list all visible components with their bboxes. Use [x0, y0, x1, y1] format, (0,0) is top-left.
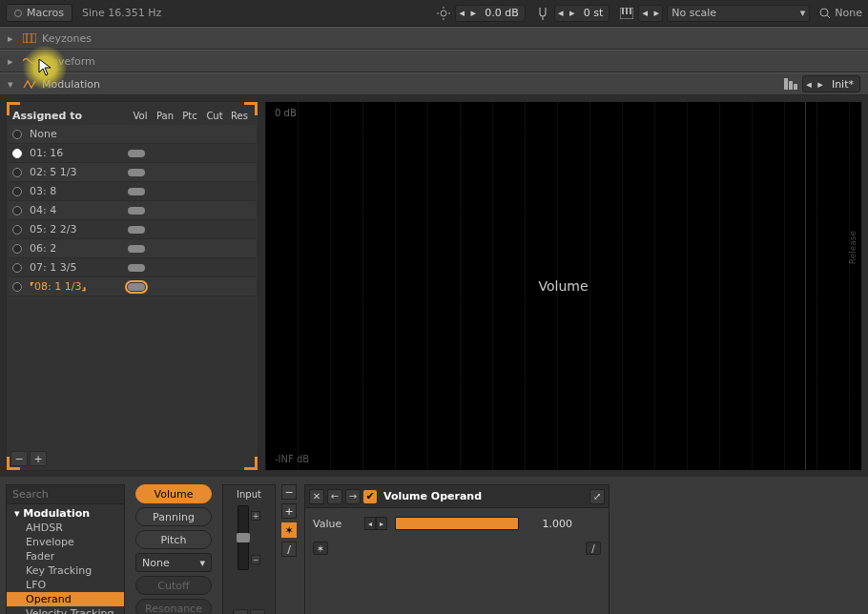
assign-cell[interactable]: [176, 261, 200, 275]
assign-cell[interactable]: [150, 261, 175, 275]
assign-row[interactable]: 06: 2: [9, 239, 256, 258]
browser-item[interactable]: AHDSR: [7, 521, 124, 535]
remove-set-button[interactable]: −: [10, 451, 28, 466]
assign-row[interactable]: None: [9, 125, 256, 144]
assign-cell[interactable]: [201, 280, 226, 294]
target-panning-button[interactable]: Panning: [135, 507, 212, 526]
assign-cell[interactable]: [201, 242, 226, 256]
preset-next[interactable]: ▸: [815, 76, 826, 92]
chain-multiply-button[interactable]: ✶: [281, 522, 297, 538]
scale-spinner[interactable]: ◂ ▸: [638, 5, 663, 22]
assign-cell[interactable]: [150, 128, 175, 141]
device-moveright-button[interactable]: →: [345, 489, 361, 504]
assign-radio[interactable]: [12, 168, 22, 177]
browser-item[interactable]: Key Tracking: [7, 563, 124, 578]
assign-cell[interactable]: [176, 128, 200, 141]
assign-cell[interactable]: [176, 147, 200, 160]
assign-row[interactable]: ⸢08: 1 1/3⸥: [9, 277, 256, 297]
assign-cell[interactable]: [201, 147, 226, 160]
section-modulation[interactable]: ▾ Modulation ◂ ▸ Init*: [0, 72, 868, 95]
assign-cell[interactable]: [124, 128, 149, 141]
assign-cell[interactable]: [201, 128, 226, 141]
assign-cell[interactable]: [124, 261, 149, 275]
assign-cell[interactable]: [227, 128, 252, 141]
target-pitch-button[interactable]: Pitch: [135, 530, 212, 549]
assign-radio[interactable]: [12, 244, 22, 254]
assign-cell[interactable]: [227, 242, 252, 256]
scale-select[interactable]: No scale ▾: [667, 5, 810, 22]
assign-cell[interactable]: [201, 223, 226, 236]
assign-row[interactable]: 07: 1 3/5: [9, 258, 256, 277]
macros-button[interactable]: Macros: [6, 4, 72, 22]
input-minus-button[interactable]: −: [251, 555, 260, 564]
assign-cell[interactable]: [150, 223, 175, 236]
browser-item[interactable]: LFO: [7, 578, 124, 592]
envelope-view-icon[interactable]: [783, 76, 798, 92]
assign-cell[interactable]: [150, 204, 175, 217]
chain-divide-button[interactable]: /: [281, 542, 297, 557]
assign-cell[interactable]: [124, 147, 149, 160]
assign-cell[interactable]: [176, 166, 200, 179]
assign-row[interactable]: 02: 5 1/3: [9, 163, 256, 182]
assign-radio[interactable]: [12, 187, 22, 196]
section-waveform[interactable]: ▸ Waveform: [0, 50, 868, 72]
input-vertical-slider[interactable]: [238, 505, 249, 570]
transpose-spinner[interactable]: ◂ ▸ 0 st: [554, 5, 610, 22]
assign-cell[interactable]: [124, 185, 149, 198]
assign-row[interactable]: 04: 4: [9, 201, 256, 220]
browser-item[interactable]: Operand: [7, 592, 124, 606]
assign-cell[interactable]: [201, 204, 226, 217]
assign-row[interactable]: 03: 8: [9, 182, 256, 201]
assign-cell[interactable]: [124, 280, 149, 294]
assign-cell[interactable]: [201, 166, 226, 179]
assign-row[interactable]: 01: 16: [9, 144, 256, 163]
envelope-display[interactable]: 0 dB -INF dB Volume Release: [264, 101, 862, 471]
chain-next-button[interactable]: ▸▸: [250, 609, 265, 614]
browser-item[interactable]: Envelope: [7, 535, 124, 549]
assign-cell[interactable]: [176, 223, 200, 236]
volume-spinner[interactable]: ◂ ▸ 0.0 dB: [455, 5, 526, 22]
assign-cell[interactable]: [176, 185, 200, 198]
device-enable-checkbox[interactable]: ✔: [363, 490, 377, 503]
assign-cell[interactable]: [150, 185, 175, 198]
assign-radio[interactable]: [12, 282, 22, 292]
assign-cell[interactable]: [124, 223, 149, 236]
assign-radio[interactable]: [12, 130, 22, 139]
volume-inc[interactable]: ▸: [467, 6, 479, 21]
assign-cell[interactable]: [227, 185, 252, 198]
op-multiply-button[interactable]: ✶: [313, 542, 328, 555]
assign-radio[interactable]: [12, 263, 22, 273]
assign-row[interactable]: 05: 2 2/3: [9, 220, 256, 239]
assign-cell[interactable]: [227, 223, 252, 236]
transpose-inc[interactable]: ▸: [567, 6, 578, 21]
assign-cell[interactable]: [124, 242, 149, 256]
device-moveleft-button[interactable]: ←: [327, 489, 342, 504]
volume-dec[interactable]: ◂: [456, 6, 467, 21]
scale-inc[interactable]: ▸: [651, 6, 662, 21]
assign-cell[interactable]: [227, 280, 252, 294]
transpose-dec[interactable]: ◂: [555, 6, 567, 21]
device-close-button[interactable]: ✕: [309, 489, 324, 504]
assign-cell[interactable]: [150, 166, 175, 179]
value-dec-button[interactable]: ◂: [364, 517, 376, 530]
assign-cell[interactable]: [150, 242, 175, 256]
assign-cell[interactable]: [227, 204, 252, 217]
assign-cell[interactable]: [227, 261, 252, 275]
browser-item[interactable]: Fader: [7, 549, 124, 563]
input-plus-button[interactable]: +: [251, 511, 260, 521]
assign-cell[interactable]: [227, 147, 252, 160]
chain-prev-button[interactable]: ◂◂: [233, 609, 248, 614]
assign-radio[interactable]: [12, 206, 22, 215]
assign-radio[interactable]: [12, 149, 22, 158]
preset-spinner[interactable]: ◂ ▸ Init*: [802, 75, 860, 92]
value-inc-button[interactable]: ▸: [376, 517, 387, 530]
value-slider[interactable]: [395, 517, 519, 530]
assign-cell[interactable]: [201, 261, 226, 275]
filter-type-select[interactable]: None ▾: [135, 553, 212, 572]
assign-cell[interactable]: [201, 185, 226, 198]
assign-cell[interactable]: [124, 204, 149, 217]
section-keyzones[interactable]: ▸ Keyzones: [0, 27, 868, 50]
top-search[interactable]: None: [819, 7, 862, 19]
add-set-button[interactable]: +: [30, 451, 47, 466]
assign-cell[interactable]: [176, 280, 200, 294]
